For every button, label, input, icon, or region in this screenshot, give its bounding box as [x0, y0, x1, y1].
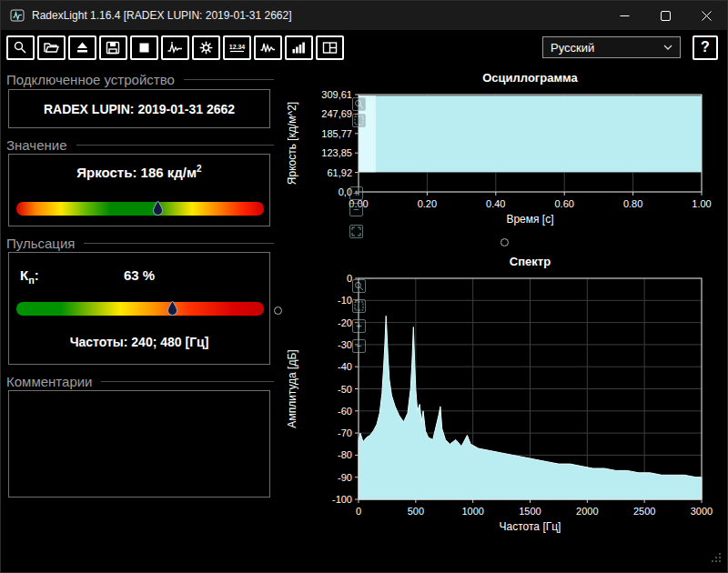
measurement-button[interactable] — [161, 35, 189, 60]
numeric-display-icon: 12.34 — [228, 40, 247, 55]
layout-button[interactable] — [316, 35, 344, 60]
kp-value: 63 % — [9, 267, 269, 283]
frequencies-text: Частоты: 240; 480 [Гц] — [9, 335, 269, 349]
svg-text:500: 500 — [408, 506, 424, 517]
resize-grip[interactable] — [711, 550, 722, 567]
svg-text:3000: 3000 — [691, 506, 713, 517]
svg-text:185,77: 185,77 — [321, 128, 352, 139]
svg-text:-20: -20 — [338, 317, 352, 328]
svg-text:309,61: 309,61 — [321, 89, 352, 100]
eject-icon — [74, 40, 91, 55]
osc-fit-button[interactable] — [349, 225, 363, 238]
section-connected-device: Подключенное устройство — [6, 72, 274, 87]
luminance-amount: 186 — [141, 165, 164, 180]
oscillogram-title: Осциллограмма — [359, 71, 702, 85]
titlebar: RadexLight 1.16.4 [RADEX LUPIN: 2019-01-… — [1, 1, 727, 30]
select-rect-icon — [354, 301, 364, 311]
svg-text:-60: -60 — [338, 406, 352, 417]
fit-axes-icon — [351, 226, 361, 236]
svg-text:1000: 1000 — [461, 506, 483, 517]
maximize-icon — [661, 11, 671, 21]
gear-icon — [197, 40, 215, 55]
svg-text:0.20: 0.20 — [418, 198, 437, 209]
section-rule — [184, 79, 274, 80]
section-rule — [101, 381, 274, 382]
svg-text:0.80: 0.80 — [623, 198, 642, 209]
svg-text:-40: -40 — [338, 361, 352, 372]
pulsation-box: Кп: 63 % Частоты: 240; 480 [Гц] — [8, 252, 270, 365]
luminance-scale-bar — [16, 202, 264, 216]
histogram-icon — [290, 40, 308, 55]
window-title: RadexLight 1.16.4 [RADEX LUPIN: 2019-01-… — [32, 9, 292, 22]
open-button[interactable] — [37, 35, 66, 60]
waveform-cursor-icon — [167, 40, 184, 55]
svg-text:Амплитуда [дБ]: Амплитуда [дБ] — [286, 349, 298, 427]
spectrum-view-button[interactable] — [285, 35, 313, 60]
svg-text:Яркость [кд/м^2]: Яркость [кд/м^2] — [286, 102, 298, 185]
stop-button[interactable] — [130, 35, 158, 60]
oscillogram-view-button[interactable] — [254, 35, 282, 60]
maximize-button[interactable] — [645, 1, 686, 30]
section-rule — [76, 145, 274, 146]
svg-text:-80: -80 — [338, 449, 352, 460]
svg-text:61,92: 61,92 — [327, 167, 352, 178]
device-box: RADEX LUPIN: 2019-01-31 2662 — [8, 89, 270, 128]
zoom-icon — [354, 281, 364, 291]
svg-text:12.34: 12.34 — [229, 43, 246, 49]
pane-layout-icon — [321, 40, 339, 55]
spec-zoom-out-button[interactable]: − — [352, 339, 366, 353]
svg-text:-90: -90 — [338, 472, 352, 483]
save-button[interactable] — [99, 35, 127, 60]
help-button[interactable]: ? — [693, 35, 718, 60]
floppy-save-icon — [105, 40, 122, 55]
kp-scale-bar — [16, 302, 264, 316]
spectrum-title: Спектр — [359, 255, 702, 268]
app-window: RadexLight 1.16.4 [RADEX LUPIN: 2019-01-… — [0, 0, 728, 573]
close-button[interactable] — [686, 1, 727, 30]
splitter-handle[interactable] — [274, 307, 282, 315]
svg-text:2000: 2000 — [576, 506, 598, 517]
close-icon — [702, 11, 712, 21]
osc-zoom-button[interactable] — [352, 97, 366, 111]
svg-text:Частота [Гц]: Частота [Гц] — [500, 520, 561, 533]
stop-square-icon — [136, 40, 153, 55]
section-pulsation: Пульсация — [6, 236, 274, 251]
spec-select-button[interactable] — [352, 299, 366, 313]
open-folder-icon — [43, 40, 60, 55]
svg-text:1.00: 1.00 — [692, 198, 711, 209]
section-rule — [84, 243, 274, 244]
preview-button[interactable] — [6, 35, 35, 60]
zoom-icon — [354, 99, 364, 109]
spectrum-chart: 0-10-20-30-40-50-60-70-80-90-10005001000… — [283, 269, 723, 551]
select-rect-icon — [354, 116, 364, 126]
svg-text:247,69: 247,69 — [321, 108, 352, 119]
osc-select-button[interactable] — [352, 114, 366, 127]
device-name: RADEX LUPIN: 2019-01-31 2662 — [9, 90, 269, 127]
svg-text:1500: 1500 — [519, 506, 541, 517]
app-icon — [10, 9, 25, 22]
settings-button[interactable] — [192, 35, 220, 60]
section-title: Пульсация — [6, 236, 75, 251]
minimize-button[interactable] — [604, 1, 645, 30]
language-select[interactable]: Русский — [542, 36, 681, 58]
droplet-icon — [152, 200, 164, 216]
droplet-icon — [167, 300, 178, 317]
luminance-label: Яркость: — [76, 165, 136, 180]
kp-marker — [167, 300, 178, 320]
svg-text:-70: -70 — [338, 427, 352, 438]
section-title: Значение — [6, 137, 67, 153]
numeric-display-button[interactable]: 12.34 — [223, 35, 251, 60]
svg-text:-30: -30 — [338, 339, 352, 350]
eject-button[interactable] — [68, 35, 96, 60]
osc-zoom-in-button[interactable]: + — [349, 186, 363, 200]
spec-zoom-in-button[interactable]: + — [352, 319, 366, 333]
section-value: Значение — [6, 137, 274, 153]
chart-splitter-handle[interactable] — [500, 238, 509, 246]
comments-input[interactable] — [8, 390, 270, 498]
osc-zoom-out-button[interactable]: − — [349, 203, 363, 216]
luminance-unit: кд/м2 — [167, 165, 202, 180]
spec-zoom-button[interactable] — [352, 279, 366, 293]
svg-text:Время [с]: Время [с] — [506, 213, 553, 226]
luminance-marker — [152, 200, 164, 220]
minimize-icon — [620, 11, 630, 21]
